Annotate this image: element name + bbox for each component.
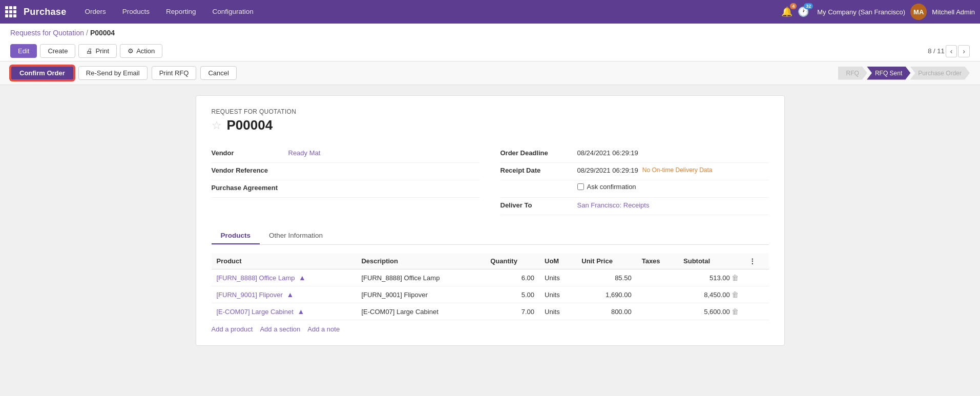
cell-uom-0: Units [539, 269, 576, 286]
company-name[interactable]: My Company (San Francisco) [817, 8, 905, 16]
cancel-button[interactable]: Cancel [200, 66, 236, 80]
favorite-star-icon[interactable]: ☆ [212, 119, 222, 132]
cell-subtotal-1: 8,450.00 🗑 [678, 286, 744, 303]
prev-button[interactable]: ‹ [946, 45, 957, 57]
status-rfq-sent-label: RFQ Sent [875, 70, 902, 77]
deliver-to-field: Deliver To San Francisco: Receipts [501, 198, 769, 215]
breadcrumb-current: P00004 [90, 29, 115, 37]
chart-icon-1[interactable]: ▲ [286, 290, 294, 299]
print-button[interactable]: 🖨 Print [78, 44, 117, 58]
delete-row-icon-0[interactable]: 🗑 [732, 274, 739, 282]
action-button[interactable]: ⚙ Action [120, 44, 162, 58]
status-rfq[interactable]: RFQ [838, 67, 867, 80]
delete-row-icon-2[interactable]: 🗑 [732, 307, 739, 316]
gear-icon: ⚙ [128, 47, 134, 55]
cell-uom-2: Units [539, 303, 576, 320]
cell-product-1[interactable]: [FURN_9001] Flipover ▲ [212, 286, 357, 303]
deliver-to-label: Deliver To [501, 200, 577, 209]
table-footer: Add a product Add a section Add a note [212, 325, 769, 333]
cell-unit-price-1: 1,690.00 [576, 286, 636, 303]
receipt-date-label: Receipt Date [501, 165, 577, 174]
col-quantity: Quantity [485, 253, 539, 269]
vendor-field: Vendor Ready Mat [212, 145, 480, 163]
add-section-link[interactable]: Add a section [260, 325, 300, 333]
cell-unit-price-2: 800.00 [576, 303, 636, 320]
create-button[interactable]: Create [40, 44, 75, 58]
col-description: Description [356, 253, 485, 269]
next-button[interactable]: › [958, 45, 970, 57]
cell-description-2: [E-COM07] Large Cabinet [356, 303, 485, 320]
cell-subtotal-2: 5,600.00 🗑 [678, 303, 744, 320]
tab-products[interactable]: Products [212, 227, 260, 244]
cell-description-1: [FURN_9001] Flipover [356, 286, 485, 303]
purchase-agreement-field: Purchase Agreement [212, 180, 480, 198]
cell-quantity-0: 6.00 [485, 269, 539, 286]
cell-taxes-0 [637, 269, 678, 286]
ask-confirmation-label: Ask confirmation [587, 183, 636, 191]
clock-badge: 32 [804, 3, 813, 9]
resend-email-button[interactable]: Re-Send by Email [78, 66, 148, 80]
status-rfq-sent[interactable]: RFQ Sent [867, 67, 910, 80]
vendor-reference-label: Vendor Reference [212, 165, 288, 174]
cell-quantity-2: 7.00 [485, 303, 539, 320]
ask-confirmation-field: Ask confirmation [501, 180, 769, 198]
cell-quantity-1: 5.00 [485, 286, 539, 303]
nav-configuration[interactable]: Configuration [206, 0, 260, 24]
order-deadline-field: Order Deadline 08/24/2021 06:29:19 [501, 145, 769, 163]
action-bar: Confirm Order Re-Send by Email Print RFQ… [0, 61, 980, 85]
products-table: Product Description Quantity UoM Unit Pr… [212, 253, 769, 320]
cell-actions-0 [744, 269, 768, 286]
bell-notification[interactable]: 🔔 4 [781, 6, 793, 17]
page-header: Requests for Quotation / P00004 Edit Cre… [0, 24, 980, 61]
cell-description-0: [FURN_8888] Office Lamp [356, 269, 485, 286]
nav-reporting[interactable]: Reporting [160, 0, 202, 24]
tab-other-information[interactable]: Other Information [260, 227, 332, 244]
delete-row-icon-1[interactable]: 🗑 [732, 290, 739, 299]
breadcrumb: Requests for Quotation / P00004 [10, 29, 970, 37]
cell-actions-1 [744, 286, 768, 303]
user-name[interactable]: Mitchell Admin [932, 8, 975, 16]
cell-product-0[interactable]: [FURN_8888] Office Lamp ▲ [212, 269, 357, 286]
col-unit-price: Unit Price [576, 253, 636, 269]
breadcrumb-separator: / [86, 29, 88, 37]
add-note-link[interactable]: Add a note [307, 325, 340, 333]
nav-count: 8 / 11 [928, 47, 945, 55]
col-product: Product [212, 253, 357, 269]
deliver-to-value[interactable]: San Francisco: Receipts [577, 200, 650, 209]
col-subtotal: Subtotal [678, 253, 744, 269]
right-fields: Order Deadline 08/24/2021 06:29:19 Recei… [501, 145, 769, 215]
avatar[interactable]: MA [910, 4, 927, 20]
app-grid-icon[interactable] [5, 6, 16, 17]
nav-products[interactable]: Products [116, 0, 156, 24]
print-rfq-button[interactable]: Print RFQ [152, 66, 197, 80]
breadcrumb-parent[interactable]: Requests for Quotation [10, 29, 84, 37]
brand-name[interactable]: Purchase [24, 7, 66, 17]
table-row: [E-COM07] Large Cabinet ▲ [E-COM07] Larg… [212, 303, 769, 320]
right-icons: 🔔 4 🕐 32 My Company (San Francisco) MA M… [781, 4, 975, 20]
chart-icon-2[interactable]: ▲ [297, 307, 304, 316]
left-fields: Vendor Ready Mat Vendor Reference Purcha… [212, 145, 480, 215]
ask-confirmation-checkbox[interactable] [577, 183, 584, 190]
nav-orders[interactable]: Orders [78, 0, 112, 24]
top-navigation: Purchase Orders Products Reporting Confi… [0, 0, 980, 24]
clock-notification[interactable]: 🕐 32 [798, 6, 809, 17]
chart-icon-0[interactable]: ▲ [299, 274, 306, 282]
edit-button[interactable]: Edit [10, 44, 37, 58]
status-purchase-order[interactable]: Purchase Order [910, 67, 970, 80]
cell-actions-2 [744, 303, 768, 320]
cell-taxes-2 [637, 303, 678, 320]
form-subtitle: Request for Quotation [212, 108, 769, 115]
form-card: Request for Quotation ☆ P00004 Vendor Re… [196, 95, 785, 346]
print-label: Print [95, 47, 109, 55]
confirm-order-button[interactable]: Confirm Order [10, 66, 74, 80]
vendor-value[interactable]: Ready Mat [288, 148, 321, 157]
purchase-agreement-label: Purchase Agreement [212, 183, 288, 192]
cell-product-2[interactable]: [E-COM07] Large Cabinet ▲ [212, 303, 357, 320]
printer-icon: 🖨 [86, 47, 93, 55]
ask-confirmation-spacer [501, 183, 577, 184]
col-uom: UoM [539, 253, 576, 269]
main-content: Request for Quotation ☆ P00004 Vendor Re… [0, 85, 980, 356]
add-product-link[interactable]: Add a product [212, 325, 253, 333]
cell-subtotal-0: 513.00 🗑 [678, 269, 744, 286]
table-row: [FURN_9001] Flipover ▲ [FURN_9001] Flipo… [212, 286, 769, 303]
